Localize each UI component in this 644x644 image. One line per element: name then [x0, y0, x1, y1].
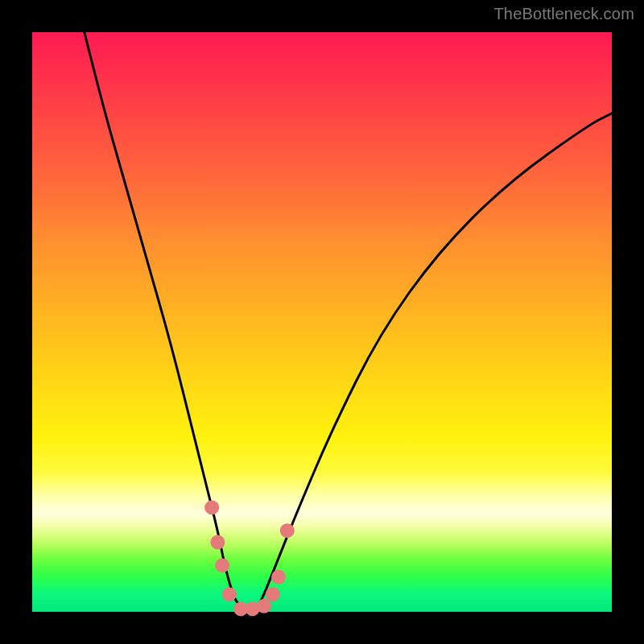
chart-container: TheBottleneck.com: [0, 0, 644, 644]
bottleneck-curve-path: [85, 32, 612, 612]
marker-dot: [257, 599, 271, 613]
marker-dot: [215, 558, 229, 572]
marker-dot: [222, 587, 237, 601]
bottleneck-chart-svg: [32, 32, 612, 612]
marker-dot: [204, 500, 219, 514]
marker-dot: [271, 570, 286, 584]
marker-dot: [266, 587, 280, 601]
watermark-text: TheBottleneck.com: [493, 5, 634, 23]
marker-group: [204, 500, 295, 616]
marker-dot: [210, 535, 225, 550]
plot-area: [32, 32, 612, 612]
marker-dot: [280, 523, 295, 538]
